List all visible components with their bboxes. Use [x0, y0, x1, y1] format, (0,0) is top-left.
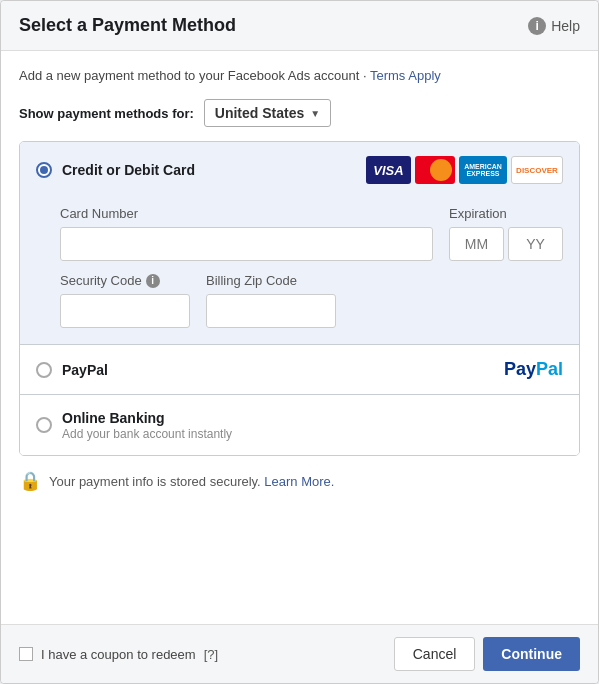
expiration-group: Expiration	[449, 206, 563, 261]
billing-zip-group: Billing Zip Code	[206, 273, 336, 328]
cancel-button[interactable]: Cancel	[394, 637, 476, 671]
paypal-label: PayPal	[62, 362, 108, 378]
modal-footer: I have a coupon to redeem [?] Cancel Con…	[1, 624, 598, 683]
security-text: Your payment info is stored securely. Le…	[49, 474, 334, 489]
credit-card-header: Credit or Debit Card VISA AMERICAN EXPRE…	[20, 142, 579, 198]
help-label: Help	[551, 18, 580, 34]
expiration-label: Expiration	[449, 206, 563, 221]
security-code-group: Security Code i	[60, 273, 190, 328]
coupon-checkbox[interactable]	[19, 647, 33, 661]
footer-buttons: Cancel Continue	[394, 637, 580, 671]
modal-body: Add a new payment method to your Faceboo…	[1, 51, 598, 624]
credit-card-radio[interactable]	[36, 162, 52, 178]
chevron-down-icon: ▼	[310, 108, 320, 119]
paypal-radio[interactable]	[36, 362, 52, 378]
show-for-row: Show payment methods for: United States …	[19, 99, 580, 127]
payment-method-modal: Select a Payment Method i Help Add a new…	[0, 0, 599, 684]
credit-card-label: Credit or Debit Card	[62, 162, 195, 178]
info-row: Add a new payment method to your Faceboo…	[19, 67, 580, 85]
card-number-row: Card Number Expiration	[60, 206, 563, 261]
country-label: United States	[215, 105, 304, 121]
help-icon: i	[528, 17, 546, 35]
amex-logo: AMERICAN EXPRESS	[459, 156, 507, 184]
card-logos: VISA AMERICAN EXPRESS DISCOVER	[366, 156, 563, 184]
payment-option-online-banking[interactable]: Online Banking Add your bank account ins…	[20, 395, 579, 455]
payment-options: Credit or Debit Card VISA AMERICAN EXPRE…	[19, 141, 580, 456]
card-number-group: Card Number	[60, 206, 433, 261]
country-select[interactable]: United States ▼	[204, 99, 331, 127]
help-link[interactable]: i Help	[528, 17, 580, 35]
info-text: Add a new payment method to your Faceboo…	[19, 68, 370, 83]
billing-zip-label: Billing Zip Code	[206, 273, 336, 288]
credit-card-left: Credit or Debit Card	[36, 162, 195, 178]
coupon-row: I have a coupon to redeem [?]	[19, 647, 218, 662]
online-banking-sublabel: Add your bank account instantly	[62, 427, 232, 441]
payment-option-paypal[interactable]: PayPal PayPal	[20, 345, 579, 395]
modal-header: Select a Payment Method i Help	[1, 1, 598, 51]
payment-option-credit-card[interactable]: Credit or Debit Card VISA AMERICAN EXPRE…	[20, 142, 579, 345]
show-for-label: Show payment methods for:	[19, 106, 194, 121]
security-code-input[interactable]	[60, 294, 190, 328]
lock-icon: 🔒	[19, 470, 41, 492]
online-banking-label: Online Banking	[62, 410, 165, 426]
mc-logo-inner	[418, 159, 452, 181]
discover-logo: DISCOVER	[511, 156, 563, 184]
paypal-logo-light: Pal	[536, 359, 563, 379]
expiry-row	[449, 227, 563, 261]
online-banking-header: Online Banking Add your bank account ins…	[20, 395, 579, 455]
security-code-label: Security Code	[60, 273, 142, 288]
billing-zip-input[interactable]	[206, 294, 336, 328]
card-number-input[interactable]	[60, 227, 433, 261]
learn-more-link[interactable]: Learn More.	[264, 474, 334, 489]
expiry-yy-input[interactable]	[508, 227, 563, 261]
expiry-mm-input[interactable]	[449, 227, 504, 261]
coupon-info[interactable]: [?]	[204, 647, 218, 662]
online-banking-radio[interactable]	[36, 417, 52, 433]
mastercard-logo	[415, 156, 455, 184]
terms-link[interactable]: Terms Apply	[370, 68, 441, 83]
security-zip-row: Security Code i Billing Zip Code	[60, 273, 563, 328]
security-notice: 🔒 Your payment info is stored securely. …	[19, 470, 580, 492]
paypal-logo: PayPal	[504, 359, 563, 380]
continue-button[interactable]: Continue	[483, 637, 580, 671]
paypal-left: PayPal	[36, 362, 108, 378]
security-label-row: Security Code i	[60, 273, 190, 288]
security-notice-text: Your payment info is stored securely.	[49, 474, 264, 489]
modal-title: Select a Payment Method	[19, 15, 236, 36]
paypal-header: PayPal PayPal	[20, 345, 579, 394]
paypal-logo-dark: Pay	[504, 359, 536, 379]
visa-logo: VISA	[366, 156, 411, 184]
card-number-label: Card Number	[60, 206, 433, 221]
online-banking-left: Online Banking Add your bank account ins…	[36, 409, 232, 441]
security-info-icon[interactable]: i	[146, 274, 160, 288]
online-banking-text: Online Banking Add your bank account ins…	[62, 409, 232, 441]
card-form: Card Number Expiration	[20, 198, 579, 344]
coupon-label: I have a coupon to redeem	[41, 647, 196, 662]
mc-circle-orange	[430, 159, 452, 181]
